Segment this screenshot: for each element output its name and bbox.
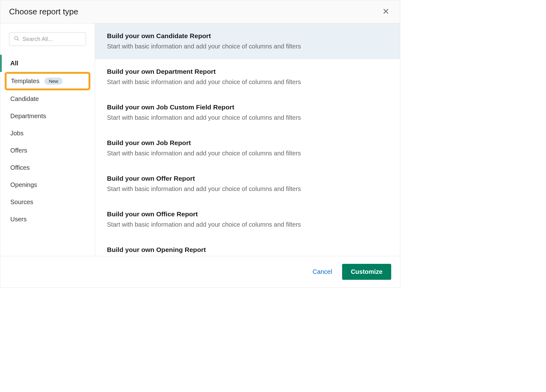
modal-footer: Cancel Customize [0, 256, 400, 287]
choose-report-type-modal: Choose report type [0, 0, 400, 288]
sidebar-item-openings[interactable]: Openings [0, 176, 95, 193]
sidebar-item-users[interactable]: Users [0, 211, 95, 228]
sidebar-item-departments[interactable]: Departments [0, 108, 95, 125]
report-item-job-custom-field[interactable]: Build your own Job Custom Field Report S… [95, 95, 400, 130]
sidebar-item-offers[interactable]: Offers [0, 142, 95, 159]
report-description: Start with basic information and add you… [107, 185, 388, 193]
modal-header: Choose report type [0, 0, 400, 23]
report-title: Build your own Offer Report [107, 175, 388, 182]
customize-button[interactable]: Customize [342, 264, 391, 280]
svg-line-3 [18, 39, 19, 41]
sidebar-item-label: Candidate [10, 95, 39, 103]
report-item-offer[interactable]: Build your own Offer Report Start with b… [95, 166, 400, 202]
report-title: Build your own Department Report [107, 68, 388, 75]
report-item-office[interactable]: Build your own Office Report Start with … [95, 202, 400, 237]
search-wrapper [0, 32, 95, 55]
cancel-button[interactable]: Cancel [310, 264, 335, 279]
report-item-job[interactable]: Build your own Job Report Start with bas… [95, 130, 400, 166]
report-title: Build your own Candidate Report [107, 32, 388, 40]
sidebar-item-templates[interactable]: Templates New [5, 72, 90, 90]
report-title: Build your own Job Custom Field Report [107, 103, 388, 111]
new-badge: New [44, 78, 63, 85]
sidebar-item-label: Openings [10, 181, 37, 188]
sidebar-item-sources[interactable]: Sources [0, 193, 95, 211]
search-box[interactable] [9, 32, 86, 46]
modal-title: Choose report type [9, 7, 78, 17]
sidebar-item-label: Departments [10, 113, 46, 120]
search-input[interactable] [23, 36, 81, 43]
close-icon [382, 8, 389, 16]
sidebar-item-label: Users [10, 216, 27, 223]
sidebar-item-label: Offices [10, 164, 30, 171]
report-description: Start with basic information and add you… [107, 114, 388, 121]
report-title: Build your own Job Report [107, 139, 388, 147]
report-description: Start with basic information and add you… [107, 78, 388, 86]
sidebar-nav: All Templates New Candidate Departments … [0, 55, 95, 228]
report-title: Build your own Opening Report [107, 246, 388, 254]
modal-body: All Templates New Candidate Departments … [0, 23, 400, 256]
search-icon [14, 36, 23, 43]
sidebar-item-candidate[interactable]: Candidate [0, 90, 95, 108]
sidebar: All Templates New Candidate Departments … [0, 23, 95, 256]
sidebar-item-label: Sources [10, 199, 33, 206]
report-title: Build your own Office Report [107, 210, 388, 218]
sidebar-item-jobs[interactable]: Jobs [0, 125, 95, 142]
sidebar-item-label: Templates [11, 78, 39, 85]
report-description: Start with basic information and add you… [107, 150, 388, 157]
report-item-candidate[interactable]: Build your own Candidate Report Start wi… [95, 23, 400, 59]
sidebar-item-label: All [10, 60, 18, 67]
svg-point-2 [15, 37, 18, 40]
report-list[interactable]: Build your own Candidate Report Start wi… [95, 23, 400, 256]
sidebar-item-all[interactable]: All [0, 55, 95, 72]
sidebar-item-offices[interactable]: Offices [0, 159, 95, 176]
sidebar-item-label: Jobs [10, 130, 23, 137]
report-description: Start with basic information and add you… [107, 221, 388, 228]
sidebar-item-label: Offers [10, 147, 27, 154]
report-description: Start with basic information and add you… [107, 43, 388, 50]
report-item-department[interactable]: Build your own Department Report Start w… [95, 59, 400, 95]
close-button[interactable] [381, 6, 391, 18]
report-item-opening[interactable]: Build your own Opening Report [95, 237, 400, 256]
